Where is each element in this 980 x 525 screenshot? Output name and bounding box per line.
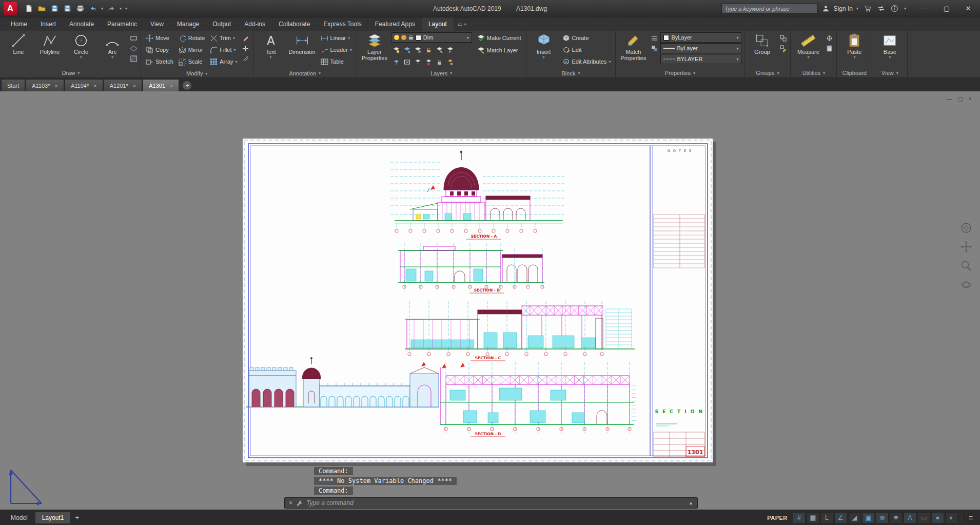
id-point-icon[interactable] <box>825 33 834 43</box>
panel-label-properties[interactable]: Properties▾ <box>616 68 744 77</box>
linetype-combo[interactable]: BYLAYER ▾ <box>660 54 741 64</box>
panel-label-clipboard[interactable]: Clipboard <box>837 68 872 77</box>
app-store-icon[interactable] <box>863 3 873 14</box>
command-recent-caret-icon[interactable]: ▲ <box>689 500 693 505</box>
orbit-icon[interactable] <box>961 279 972 290</box>
ribbon-minimize-button[interactable]: ▭▾ <box>454 17 470 31</box>
panel-label-groups[interactable]: Groups▾ <box>744 68 790 77</box>
layer-on-bulb-icon[interactable] <box>394 35 399 40</box>
erase-tool-icon[interactable] <box>241 33 250 43</box>
layer-off-icon[interactable] <box>414 45 423 54</box>
layer-color-swatch[interactable] <box>416 35 421 41</box>
file-tab-a1103[interactable]: A1103*× <box>26 79 64 91</box>
tab-insert[interactable]: Insert <box>34 17 63 31</box>
doc-close-icon[interactable]: × <box>969 95 972 102</box>
leader-button[interactable]: Leader▾ <box>319 44 354 55</box>
layer-copy-objects-icon[interactable] <box>446 57 455 67</box>
sign-in-button[interactable]: Sign In▾ <box>834 5 860 12</box>
undo-dropdown-caret[interactable]: ▾ <box>100 6 105 11</box>
layer-select-combo[interactable]: Dim ▾ <box>391 32 472 43</box>
help-search-input[interactable]: Type a keyword or phrase <box>721 4 818 14</box>
properties-list-icon[interactable] <box>650 33 659 43</box>
redo-button[interactable] <box>105 3 117 15</box>
tab-view[interactable]: View <box>144 17 170 31</box>
base-button[interactable]: Base ▾ <box>875 32 905 60</box>
close-tab-icon[interactable]: × <box>170 83 173 89</box>
polar-tracking-icon[interactable]: ∠ <box>834 512 847 523</box>
osnap-tracking-icon[interactable]: ⊕ <box>876 512 889 523</box>
layer-lockfade-icon[interactable] <box>435 57 444 67</box>
panel-label-utilities[interactable]: Utilities▾ <box>791 68 836 77</box>
mirror-button[interactable]: Mirror <box>177 44 207 55</box>
file-tab-a1301[interactable]: A1301× <box>143 79 179 91</box>
panel-label-modify[interactable]: Modify▾ <box>141 69 253 77</box>
file-tab-a1104[interactable]: A1104*× <box>65 79 103 91</box>
application-menu-button[interactable]: A <box>0 0 21 17</box>
zoom-icon[interactable] <box>961 260 972 271</box>
insert-button[interactable]: Insert ▾ <box>529 32 559 60</box>
text-button[interactable]: A Text ▾ <box>256 32 286 60</box>
trim-button[interactable]: Trim▾ <box>208 32 239 44</box>
isodraft-icon[interactable]: ◢ <box>848 512 861 523</box>
polyline-button[interactable]: Polyline <box>35 32 65 55</box>
stretch-button[interactable]: Stretch <box>144 56 175 67</box>
stay-connected-icon[interactable] <box>876 3 887 14</box>
restore-button[interactable]: ▢ <box>936 1 957 16</box>
layout1-tab[interactable]: Layout1 <box>35 512 71 523</box>
quick-calc-icon[interactable] <box>825 44 834 53</box>
group-button[interactable]: Group <box>747 32 777 55</box>
object-color-combo[interactable]: ByLayer ▾ <box>660 32 741 43</box>
annotation-visibility-icon[interactable]: A <box>904 512 916 523</box>
command-close-icon[interactable]: × <box>289 499 292 507</box>
viewport-lock-icon[interactable]: ▭ <box>917 512 930 523</box>
move-button[interactable]: Move <box>144 32 175 44</box>
layer-merge-icon[interactable] <box>414 57 423 67</box>
paper-space-indicator[interactable]: PAPER <box>767 515 788 521</box>
dimension-button[interactable]: Dimension <box>287 32 317 55</box>
match-layer-button[interactable]: Match Layer <box>475 45 523 56</box>
scale-button[interactable]: Scale <box>177 56 207 67</box>
tab-manage[interactable]: Manage <box>170 17 206 31</box>
hatch-tool-icon[interactable] <box>129 54 138 63</box>
edit-attributes-button[interactable]: AEdit Attributes▾ <box>560 56 613 67</box>
help-caret[interactable]: ▾ <box>903 6 908 11</box>
minimize-button[interactable]: — <box>914 1 936 16</box>
lineweight-display-icon[interactable]: ≡ <box>890 512 903 523</box>
offset-tool-icon[interactable] <box>241 54 250 63</box>
open-button[interactable] <box>35 3 48 15</box>
clean-screen-icon[interactable]: ◐ <box>945 512 958 523</box>
panel-label-view[interactable]: View▾ <box>872 68 907 77</box>
drawing-canvas[interactable]: — ▢ × N O T E S SECTION - A SECTION - B … <box>0 91 980 510</box>
tab-layout[interactable]: Layout <box>422 17 454 31</box>
line-button[interactable]: Line <box>4 32 33 55</box>
tab-annotate[interactable]: Annotate <box>63 17 101 31</box>
tab-home[interactable]: Home <box>4 17 34 31</box>
save-button[interactable] <box>48 3 61 15</box>
snap-mode-icon[interactable]: ▦ <box>807 512 819 523</box>
help-icon[interactable]: ? <box>889 3 900 14</box>
new-drawing-tab-button[interactable]: + <box>183 81 191 90</box>
command-input[interactable]: Type a command <box>306 499 685 507</box>
layer-combo-caret[interactable]: ▾ <box>467 35 469 40</box>
arc-button[interactable]: Arc ▾ <box>97 32 127 60</box>
ortho-icon[interactable]: L <box>820 512 833 523</box>
layer-properties-button[interactable]: Layer Properties <box>360 32 389 62</box>
layer-delete-icon[interactable] <box>424 57 434 67</box>
command-line[interactable]: × Type a command ▲ <box>284 497 698 509</box>
layer-match-icon[interactable] <box>435 45 444 54</box>
plot-button[interactable] <box>74 3 86 15</box>
tab-express-tools[interactable]: Express Tools <box>317 17 368 31</box>
close-tab-icon[interactable]: × <box>133 83 136 89</box>
rotate-button[interactable]: Rotate <box>177 32 207 44</box>
measure-button[interactable]: Measure ▾ <box>793 32 823 60</box>
layer-prev-icon[interactable] <box>446 45 455 54</box>
create-block-button[interactable]: Create <box>560 32 613 44</box>
group-edit-icon[interactable] <box>778 44 788 53</box>
layout-paper[interactable]: N O T E S SECTION - A SECTION - B SECTIO… <box>243 139 713 462</box>
close-tab-icon[interactable]: × <box>93 83 96 89</box>
panel-label-draw[interactable]: Draw▾ <box>1 68 141 77</box>
circle-button[interactable]: Circle ▾ <box>66 32 96 60</box>
layer-unlock-icon[interactable] <box>408 34 414 41</box>
linear-button[interactable]: Linear▾ <box>319 32 354 44</box>
layer-freeze-icon[interactable] <box>403 45 412 54</box>
